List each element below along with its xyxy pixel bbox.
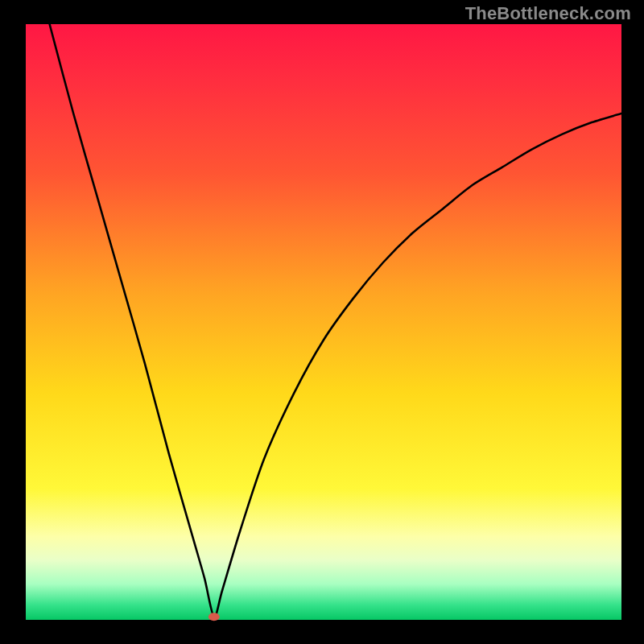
watermark-text: TheBottleneck.com — [465, 3, 631, 24]
optimal-marker — [208, 613, 220, 621]
bottleneck-chart — [0, 0, 644, 644]
chart-frame: TheBottleneck.com — [0, 0, 644, 644]
chart-background — [26, 24, 621, 620]
